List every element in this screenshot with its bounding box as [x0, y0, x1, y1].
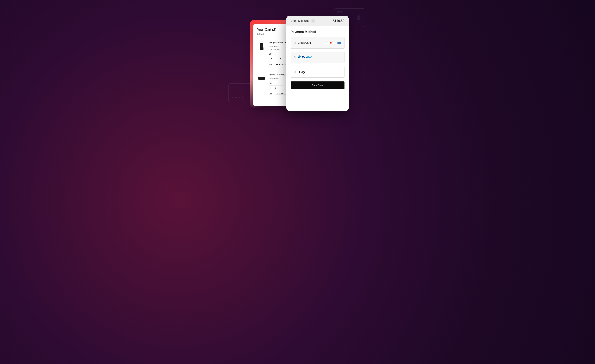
credit-card-label: Credit Card	[298, 41, 323, 44]
expand-summary-button[interactable]: +	[312, 19, 315, 23]
radio-icon	[294, 42, 296, 44]
qty-stepper: − 1 +	[269, 56, 283, 61]
card-brand-logos: VISA DISCOVER	[325, 41, 341, 44]
qty-stepper: − 1 +	[269, 85, 283, 90]
radio-icon	[294, 71, 296, 73]
paypal-logo-icon: PayPal	[298, 55, 312, 59]
plus-icon: +	[312, 20, 314, 22]
svg-rect-0	[260, 43, 263, 44]
place-order-button[interactable]: Place Order	[290, 82, 345, 89]
edit-link[interactable]: Edit	[269, 63, 272, 66]
save-for-later-link[interactable]: Save for Later	[276, 63, 288, 66]
payment-option-paypal[interactable]: PayPal	[290, 52, 345, 63]
amex-icon	[337, 41, 341, 44]
checkout-panel: Order Summary + $149.50 Payment Method C…	[286, 16, 349, 111]
qty-value: 1	[274, 57, 278, 60]
qty-decrease-button[interactable]: −	[269, 56, 274, 61]
payment-method-heading: Payment Method	[290, 30, 345, 34]
svg-point-3	[331, 42, 332, 43]
discover-icon: DISCOVER	[333, 41, 337, 44]
svg-rect-1	[261, 45, 262, 47]
apple-icon: 	[298, 70, 299, 74]
visa-icon: VISA	[325, 41, 329, 44]
qty-value: 1	[274, 87, 278, 89]
order-summary-label: Order Summary	[290, 19, 309, 22]
product-thumbnail	[257, 73, 266, 83]
product-thumbnail	[257, 41, 266, 51]
order-total: $149.50	[333, 19, 344, 23]
mastercard-icon	[329, 41, 333, 44]
apple-pay-logo-icon: Pay	[298, 70, 305, 74]
qty-decrease-button[interactable]: −	[269, 85, 274, 90]
order-summary-bar: Order Summary + $149.50	[286, 16, 349, 26]
payment-option-apple-pay[interactable]: Pay	[290, 66, 345, 77]
save-for-later-link[interactable]: Save for Later	[276, 93, 288, 95]
qty-increase-button[interactable]: +	[278, 85, 283, 90]
qty-increase-button[interactable]: +	[278, 56, 283, 61]
radio-icon	[294, 56, 296, 58]
payment-option-credit-card[interactable]: Credit Card VISA DISCOVER	[290, 37, 345, 48]
edit-link[interactable]: Edit	[269, 93, 272, 95]
